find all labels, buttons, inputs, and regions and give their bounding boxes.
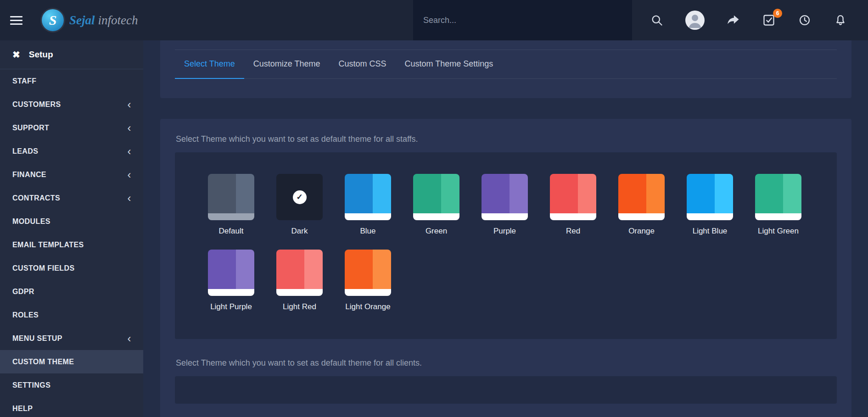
theme-name: Red bbox=[566, 227, 580, 236]
sidebar-item-label: EMAIL TEMPLATES bbox=[12, 241, 84, 249]
bell-icon[interactable] bbox=[833, 13, 848, 28]
theme-swatch bbox=[550, 174, 596, 220]
theme-name: Default bbox=[219, 227, 244, 236]
topbar: S Sejalinfotech bbox=[0, 0, 868, 40]
theme-name: Light Blue bbox=[693, 227, 728, 236]
logo-text-secondary: infotech bbox=[98, 13, 138, 27]
sidebar-item-label: FINANCE bbox=[12, 171, 46, 179]
sidebar-item-label: CUSTOM FIELDS bbox=[12, 264, 75, 272]
sidebar-item-label: LEADS bbox=[12, 147, 38, 156]
sidebar-header: ✖ Setup bbox=[0, 40, 143, 69]
theme-swatch bbox=[345, 174, 391, 220]
tabs: Select ThemeCustomize ThemeCustom CSSCus… bbox=[175, 50, 837, 79]
sidebar-item-label: MODULES bbox=[12, 217, 50, 226]
theme-name: Orange bbox=[628, 227, 655, 236]
sidebar-header-title: Setup bbox=[29, 50, 53, 60]
sidebar: ✖ Setup STAFFCUSTOMERS‹SUPPORT‹LEADS‹FIN… bbox=[0, 40, 143, 417]
theme-option-light-blue[interactable]: Light Blue bbox=[676, 174, 744, 236]
sidebar-item-staff[interactable]: STAFF bbox=[0, 69, 143, 93]
sidebar-item-custom-theme[interactable]: CUSTOM THEME bbox=[0, 350, 143, 373]
tab-custom-css[interactable]: Custom CSS bbox=[329, 50, 395, 79]
theme-option-orange[interactable]: Orange bbox=[607, 174, 676, 236]
theme-name: Light Orange bbox=[345, 302, 390, 311]
sidebar-item-label: CUSTOM THEME bbox=[12, 358, 74, 366]
chevron-left-icon: ‹ bbox=[128, 99, 131, 110]
clients-theme-panel bbox=[175, 376, 837, 404]
search-input[interactable] bbox=[413, 0, 632, 40]
topbar-icons: 6 bbox=[632, 11, 868, 30]
sidebar-item-gdpr[interactable]: GDPR bbox=[0, 280, 143, 303]
tab-customize-theme[interactable]: Customize Theme bbox=[244, 50, 330, 79]
theme-option-default[interactable]: Default bbox=[197, 174, 265, 236]
sidebar-item-label: CONTRACTS bbox=[12, 194, 60, 202]
clients-section-label: Select Theme which you want to set as de… bbox=[176, 358, 837, 368]
theme-option-light-purple[interactable]: Light Purple bbox=[197, 250, 265, 311]
theme-select-card: Select Theme which you want to set as de… bbox=[160, 119, 851, 417]
history-clock-icon[interactable] bbox=[797, 13, 812, 28]
theme-name: Blue bbox=[360, 227, 375, 236]
theme-name: Purple bbox=[493, 227, 516, 236]
selected-check-icon: ✓ bbox=[293, 190, 307, 204]
theme-option-light-red[interactable]: Light Red bbox=[265, 250, 334, 311]
theme-name: Dark bbox=[291, 227, 308, 236]
main-content: Settings for Custom Theme Select ThemeCu… bbox=[143, 0, 868, 417]
theme-option-red[interactable]: Red bbox=[539, 174, 607, 236]
sidebar-item-settings[interactable]: SETTINGS bbox=[0, 373, 143, 397]
sidebar-item-contracts[interactable]: CONTRACTS‹ bbox=[0, 186, 143, 210]
sidebar-item-support[interactable]: SUPPORT‹ bbox=[0, 116, 143, 139]
theme-option-purple[interactable]: Purple bbox=[470, 174, 539, 236]
logo-icon: S bbox=[42, 9, 64, 31]
sidebar-item-roles[interactable]: ROLES bbox=[0, 303, 143, 327]
hamburger-icon[interactable] bbox=[10, 16, 22, 25]
theme-swatch: ✓ bbox=[276, 174, 323, 220]
theme-swatch bbox=[208, 250, 254, 296]
theme-swatch bbox=[276, 250, 323, 296]
theme-swatch bbox=[687, 174, 733, 220]
sidebar-item-custom-fields[interactable]: CUSTOM FIELDS bbox=[0, 256, 143, 280]
theme-name: Light Red bbox=[283, 302, 316, 311]
sidebar-item-email-templates[interactable]: EMAIL TEMPLATES bbox=[0, 233, 143, 256]
sidebar-item-label: HELP bbox=[12, 405, 33, 413]
sidebar-item-label: SETTINGS bbox=[12, 381, 50, 389]
sidebar-item-label: GDPR bbox=[12, 288, 34, 296]
staff-section-label: Select Theme which you want to set as de… bbox=[176, 134, 837, 144]
chevron-left-icon: ‹ bbox=[128, 169, 131, 180]
close-icon[interactable]: ✖ bbox=[12, 50, 20, 59]
sidebar-item-label: SUPPORT bbox=[12, 124, 49, 132]
topbar-search bbox=[413, 0, 632, 40]
avatar[interactable] bbox=[685, 11, 705, 30]
chevron-left-icon: ‹ bbox=[128, 122, 131, 133]
sidebar-item-menu-setup[interactable]: MENU SETUP‹ bbox=[0, 327, 143, 350]
sidebar-item-label: STAFF bbox=[12, 77, 36, 85]
theme-swatch bbox=[482, 174, 528, 220]
tab-select-theme[interactable]: Select Theme bbox=[175, 50, 244, 79]
forward-arrow-icon[interactable] bbox=[726, 13, 740, 28]
theme-swatch bbox=[618, 174, 665, 220]
theme-option-green[interactable]: Green bbox=[402, 174, 470, 236]
sidebar-item-modules[interactable]: MODULES bbox=[0, 210, 143, 233]
tasks-check-icon[interactable]: 6 bbox=[762, 13, 776, 28]
theme-option-dark[interactable]: ✓Dark bbox=[265, 174, 334, 236]
theme-swatch bbox=[208, 174, 254, 220]
sidebar-item-finance[interactable]: FINANCE‹ bbox=[0, 163, 143, 186]
chevron-left-icon: ‹ bbox=[128, 146, 131, 157]
logo-text: Sejalinfotech bbox=[69, 14, 138, 27]
sidebar-item-label: ROLES bbox=[12, 311, 39, 319]
sidebar-item-customers[interactable]: CUSTOMERS‹ bbox=[0, 93, 143, 116]
sidebar-menu: STAFFCUSTOMERS‹SUPPORT‹LEADS‹FINANCE‹CON… bbox=[0, 69, 143, 417]
notification-badge: 6 bbox=[773, 9, 782, 18]
theme-option-light-orange[interactable]: Light Orange bbox=[334, 250, 402, 311]
sidebar-item-help[interactable]: HELP bbox=[0, 397, 143, 417]
chevron-left-icon: ‹ bbox=[128, 193, 131, 204]
sidebar-item-label: MENU SETUP bbox=[12, 334, 62, 343]
sidebar-item-label: CUSTOMERS bbox=[12, 100, 61, 109]
theme-name: Light Green bbox=[758, 227, 799, 236]
brand-logo[interactable]: S Sejalinfotech bbox=[42, 9, 138, 31]
search-icon[interactable] bbox=[650, 13, 664, 28]
theme-option-blue[interactable]: Blue bbox=[334, 174, 402, 236]
chevron-left-icon: ‹ bbox=[128, 333, 131, 344]
tab-custom-theme-settings[interactable]: Custom Theme Settings bbox=[396, 50, 503, 79]
sidebar-item-leads[interactable]: LEADS‹ bbox=[0, 139, 143, 163]
logo-text-primary: Sejal bbox=[69, 13, 95, 27]
theme-option-light-green[interactable]: Light Green bbox=[744, 174, 812, 236]
